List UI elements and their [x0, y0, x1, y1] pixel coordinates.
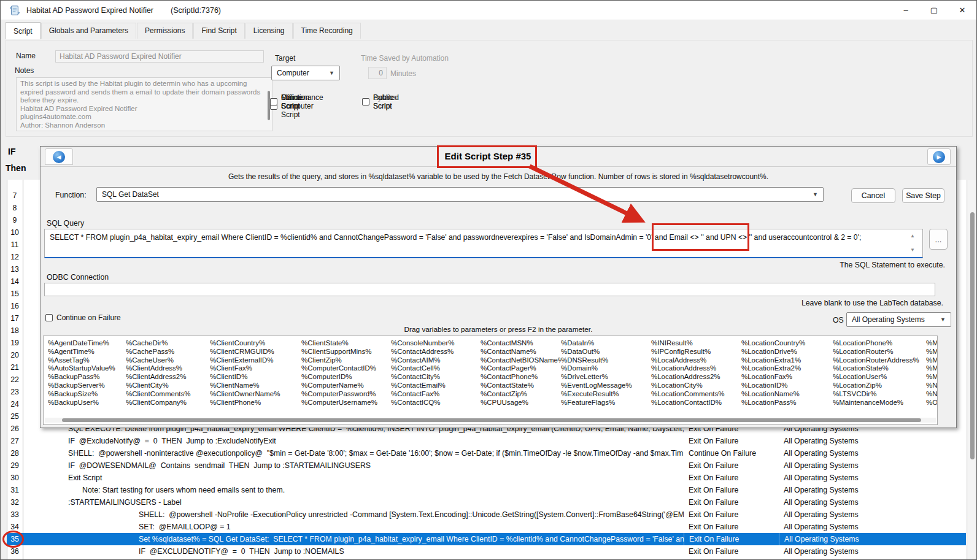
tab[interactable]: Globals and Parameters [41, 23, 136, 39]
variable-chip[interactable]: %LocationRouter% [833, 348, 926, 356]
step-text[interactable]: Set %sqldataset% = SQL Get DataSet: SELE… [23, 535, 684, 543]
variable-chip[interactable]: %EventLogMessage% [561, 382, 651, 390]
step-row[interactable]: 31 Note: Start testing for users whom ne… [7, 484, 966, 496]
variable-chip[interactable]: %ClientComments% [126, 390, 210, 399]
name-field[interactable]: Habitat AD Password Expired Notifier [55, 50, 264, 63]
sql-query-spinner[interactable]: ▲ ▼ [907, 231, 918, 255]
variable-chip[interactable]: %LocationCountry% [741, 339, 833, 348]
step-line-number[interactable]: 21 [7, 363, 23, 372]
step-row[interactable]: 36 IF @EXCLUDENOTIFY@ = 0 THEN Jump to :… [7, 545, 966, 558]
step-row[interactable]: 34 SET: @EMAILLOOP@ = 1 Exit On Failure … [7, 521, 966, 533]
variable-chip[interactable]: %LocationPass% [741, 399, 833, 407]
step-line-number[interactable]: 36 [7, 547, 23, 556]
variable-chip[interactable]: %N [926, 382, 938, 390]
save-step-button[interactable]: Save Step [902, 188, 944, 203]
step-line-number[interactable]: 24 [7, 400, 23, 408]
run-step-button[interactable]: ▶ [927, 148, 951, 165]
variable-chip[interactable]: %ComputerUsername% [301, 399, 391, 407]
back-button[interactable]: ◀ [45, 148, 73, 165]
step-row[interactable]: 30 Exit Script Exit On Failure All Opera… [7, 472, 966, 484]
step-text[interactable]: Exit Script [23, 474, 684, 482]
step-text[interactable]: IF @EXCLUDENOTIFY@ = 0 THEN Jump to :NOE… [23, 547, 684, 556]
step-on-failure[interactable]: Exit On Failure [684, 486, 779, 494]
variable-chip[interactable]: %M [926, 373, 938, 382]
step-os[interactable]: All Operating Systems [779, 474, 966, 482]
step-line-number[interactable]: 13 [7, 265, 23, 274]
variable-chip[interactable]: %ClientPhone% [210, 399, 301, 407]
variables-hscrollbar-track[interactable] [45, 418, 936, 423]
variable-chip[interactable]: %ContactMSN% [481, 339, 561, 348]
step-line-number[interactable]: 31 [7, 486, 23, 494]
variable-chip[interactable]: %LocationAddress% [651, 364, 741, 373]
step-line-number[interactable]: 29 [7, 461, 23, 470]
step-text[interactable]: SHELL: @powershell -NoProfile -Execution… [23, 510, 684, 519]
function-select[interactable]: SQL Get DataSet ▼ [96, 187, 824, 202]
step-os[interactable]: All Operating Systems [779, 461, 966, 470]
variable-chip[interactable]: %ClientName% [210, 382, 301, 390]
variable-chip[interactable]: %LocationDrive% [741, 348, 833, 356]
step-line-number[interactable]: 12 [7, 253, 23, 261]
close-icon[interactable]: ✕ [948, 1, 976, 20]
spinner-up-icon[interactable]: ▲ [910, 233, 915, 239]
checkbox-row[interactable]: Public Script [362, 93, 393, 110]
step-text[interactable]: SHELL: @powershell -noninteractive @exec… [23, 449, 684, 458]
step-text[interactable]: Note: Start testing for users whom need … [23, 486, 684, 494]
variable-chip[interactable]: %ConsoleNumber% [391, 339, 481, 348]
continue-on-failure-checkbox[interactable]: Continue on Failure [45, 313, 121, 322]
step-line-number[interactable]: 23 [7, 388, 23, 396]
step-on-failure[interactable]: Continue On Failure [684, 449, 779, 458]
step-text[interactable]: :STARTEMAILINGUSERS - Label [23, 498, 684, 507]
step-line-number[interactable]: 11 [7, 240, 23, 249]
variable-chip[interactable]: %ClientCompany% [126, 399, 210, 407]
variable-chip[interactable]: %CachePass% [126, 348, 210, 356]
variable-chip[interactable]: %ClientFax% [210, 364, 301, 373]
variable-chip[interactable]: %ContactPager% [481, 364, 561, 373]
step-line-number[interactable]: 9 [7, 216, 23, 224]
variable-chip[interactable]: %LocationAddress2% [651, 373, 741, 382]
step-os[interactable]: All Operating Systems [779, 533, 966, 545]
step-line-number[interactable]: 26 [7, 424, 23, 433]
checkbox-icon[interactable] [45, 314, 53, 321]
variables-hscrollbar-thumb[interactable] [62, 418, 921, 422]
variable-chip[interactable]: %FeatureFlags% [561, 399, 651, 407]
variable-chip[interactable]: %ContactName% [481, 348, 561, 356]
variable-chip[interactable]: %ClientAddress2% [126, 373, 210, 382]
step-line-number[interactable]: 8 [7, 204, 23, 212]
variable-chip[interactable]: %ContactICQ% [391, 399, 481, 407]
step-on-failure[interactable]: Exit On Failure [684, 510, 779, 519]
variable-chip[interactable]: %LocationUser% [833, 373, 926, 382]
variable-chip[interactable]: %ClientSupportMins% [301, 348, 391, 356]
expand-sql-button[interactable]: ... [929, 229, 948, 250]
variable-chip[interactable]: %ContactCity% [391, 373, 481, 382]
variable-chip[interactable]: %AgentTime% [48, 348, 126, 356]
variable-chip[interactable]: %ClientCity% [126, 382, 210, 390]
variable-chip[interactable]: %DataOut% [561, 348, 651, 356]
variable-chip[interactable]: %AgentDateTime% [48, 339, 126, 348]
notes-field[interactable]: This script is used by the Habitat plugi… [16, 77, 272, 131]
variable-chip[interactable]: %AssetTag% [48, 356, 126, 365]
step-on-failure[interactable]: Exit On Failure [684, 533, 779, 545]
variable-chip[interactable]: %IPConfigResult% [651, 348, 741, 356]
step-line-number[interactable]: 32 [7, 498, 23, 507]
variable-chip[interactable]: %LocationFax% [741, 373, 833, 382]
variable-chip[interactable]: %MaintenanceMode% [833, 399, 926, 407]
variable-chip[interactable]: %LocationRouterAddress% [833, 356, 926, 365]
step-line-number[interactable]: 33 [7, 510, 23, 519]
variable-chip[interactable]: %ComputerName% [301, 382, 391, 390]
variable-chip[interactable]: %LocationComments% [651, 390, 741, 399]
variable-chip[interactable]: %LocationName% [741, 390, 833, 399]
variable-chip[interactable]: %ContactNetBIOSName% [481, 356, 561, 365]
variable-chip[interactable]: %ExecuteResult% [561, 390, 651, 399]
variable-chip[interactable]: %ClientExternalID% [210, 356, 301, 365]
variable-chip[interactable]: %ClientCRMGUID% [210, 348, 301, 356]
variable-chip[interactable]: %LocalAddress% [651, 356, 741, 365]
variable-chip[interactable]: %LocationState% [833, 364, 926, 373]
target-select[interactable]: Computer ▼ [271, 66, 340, 80]
step-line-number[interactable]: 34 [7, 523, 23, 531]
step-line-number[interactable]: 19 [7, 339, 23, 347]
variable-chip[interactable]: %ContactAIM% [391, 356, 481, 365]
step-text[interactable]: IF @ExcludeNotify@ = 0 THEN Jump to :Exc… [23, 437, 684, 445]
variable-chip[interactable]: %CacheDir% [126, 339, 210, 348]
variable-chip[interactable]: %ComputerPassword% [301, 390, 391, 399]
variable-chip[interactable]: %ContactState% [481, 382, 561, 390]
